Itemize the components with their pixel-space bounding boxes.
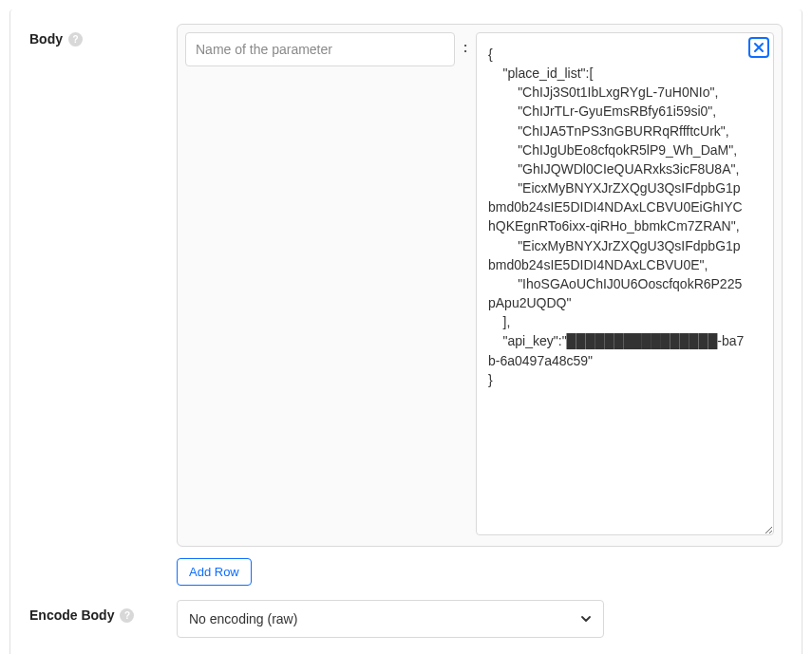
encode-content: No encoding (raw)	[177, 600, 783, 638]
param-row: :	[185, 32, 774, 538]
delete-param-button[interactable]	[748, 37, 769, 58]
body-label: Body	[29, 31, 63, 47]
close-icon	[753, 42, 765, 53]
encode-body-select[interactable]: No encoding (raw)	[177, 600, 604, 638]
body-label-col: Body ?	[29, 24, 177, 47]
param-value-wrap	[476, 32, 774, 538]
body-content: : Add Row	[177, 24, 783, 586]
add-row-button[interactable]: Add Row	[177, 558, 252, 586]
help-icon[interactable]: ?	[68, 32, 83, 47]
param-value-input[interactable]	[476, 32, 774, 535]
form-container: Body ? : Add Row	[9, 9, 803, 654]
encode-row: Encode Body ? No encoding (raw)	[29, 586, 783, 638]
body-params-wrapper: :	[177, 24, 783, 547]
param-name-input[interactable]	[185, 32, 455, 66]
body-row: Body ? : Add Row	[29, 9, 783, 586]
colon-separator: :	[463, 32, 468, 55]
help-icon[interactable]: ?	[120, 608, 134, 623]
encode-label: Encode Body	[29, 607, 114, 623]
encode-select-wrap: No encoding (raw)	[177, 600, 604, 638]
encode-label-col: Encode Body ?	[29, 600, 177, 623]
